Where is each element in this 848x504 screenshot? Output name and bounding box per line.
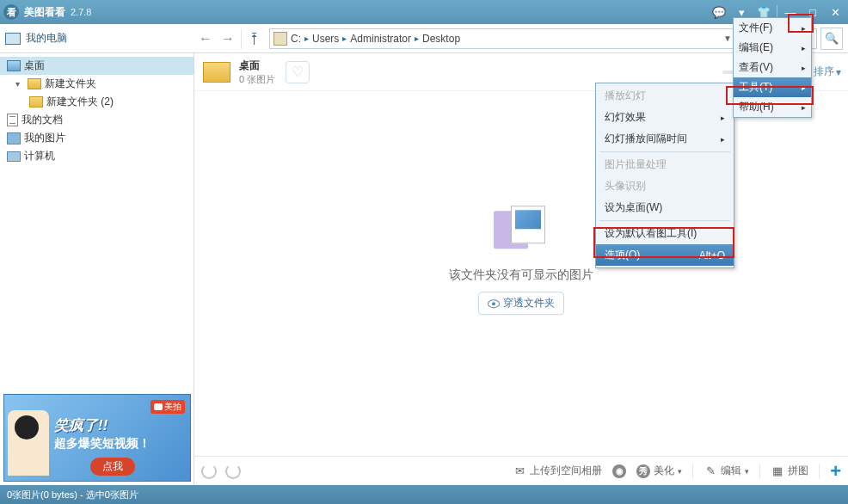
tree-item-newfolder[interactable]: ▾ 新建文件夹 xyxy=(0,75,194,93)
add-button[interactable]: + xyxy=(830,460,841,482)
drive-icon xyxy=(273,32,287,46)
menu-edit[interactable]: 编辑(E)▸ xyxy=(734,38,811,58)
main-panel: 桌面 0 张图片 ♡ ▦ 排序 ▾ 该文件夹没有可显示的图片 穿透文件夹 xyxy=(194,53,848,485)
edit-button[interactable]: ✎编辑▾ xyxy=(704,464,749,478)
eye-icon xyxy=(488,299,500,308)
menu-separator xyxy=(599,220,730,221)
bc-part[interactable]: Desktop xyxy=(422,33,460,45)
app-version: 2.7.8 xyxy=(71,7,91,17)
collapse-icon[interactable]: ▾ xyxy=(15,79,24,89)
xiu-icon: 秀 xyxy=(636,464,650,478)
sidebar-header: 我的电脑 xyxy=(5,31,194,46)
rotate-right-icon[interactable] xyxy=(225,464,241,479)
app-icon: 看 xyxy=(3,4,19,20)
empty-icon xyxy=(487,206,556,257)
menu-options[interactable]: 选项(O)...Alt+O xyxy=(596,244,734,266)
tree-label: 我的图片 xyxy=(24,131,65,145)
chevron-right-icon: ▸ xyxy=(304,34,309,43)
ad-badge: 美拍 xyxy=(151,400,185,414)
folder-name: 桌面 xyxy=(239,58,275,73)
pictures-icon xyxy=(7,132,21,144)
main-footer: ✉上传到空间相册 ◉ 秀美化▾ ✎编辑▾ ▦拼图 + xyxy=(194,456,848,485)
beautify-button[interactable]: 秀美化▾ xyxy=(636,464,682,478)
separator xyxy=(241,28,242,49)
separator xyxy=(819,464,820,479)
menu-slideshow-effect[interactable]: 幻灯效果▸ xyxy=(596,107,734,128)
tree-label: 新建文件夹 xyxy=(45,77,96,91)
speech-icon[interactable]: 💬 xyxy=(710,3,728,21)
folder-icon xyxy=(29,96,43,108)
pc-icon xyxy=(7,151,21,162)
separator xyxy=(759,464,760,479)
chevron-down-icon: ▾ xyxy=(678,467,682,476)
image-count: 0 张图片 xyxy=(239,73,275,86)
chevron-right-icon: ▸ xyxy=(802,83,806,92)
menu-separator xyxy=(599,151,730,152)
grid-icon: ▦ xyxy=(771,464,784,478)
menu-view[interactable]: 查看(V)▸ xyxy=(734,58,811,77)
sidebar-ad[interactable]: 美拍 笑疯了!! 超多爆笑短视频！ 点我 xyxy=(3,394,191,482)
chevron-right-icon: ▸ xyxy=(415,34,419,43)
chevron-down-icon: ▾ xyxy=(836,66,841,78)
camera-icon xyxy=(154,403,163,410)
tree-item-desktop[interactable]: 桌面 xyxy=(0,57,194,75)
search-icon: 🔍 xyxy=(825,32,839,45)
menu-batch: 图片批量处理 xyxy=(596,154,734,175)
edit-icon: ✎ xyxy=(704,464,717,478)
tools-submenu: 播放幻灯 幻灯效果▸ 幻灯播放间隔时间▸ 图片批量处理 头像识别 设为桌面(W)… xyxy=(595,83,734,268)
folder-icon xyxy=(7,60,21,71)
menu-slideshow: 播放幻灯 xyxy=(596,85,734,107)
close-button[interactable]: ✕ xyxy=(826,3,845,21)
upload-button[interactable]: ✉上传到空间相册 xyxy=(513,464,602,478)
menu-wallpaper[interactable]: 设为桌面(W) xyxy=(596,197,734,218)
chevron-right-icon: ▸ xyxy=(802,24,806,33)
tree-item-mydocs[interactable]: 我的文档 xyxy=(0,111,194,129)
chevron-down-icon: ▾ xyxy=(745,467,749,476)
document-icon xyxy=(7,114,18,126)
titlebar: 看 美图看看 2.7.8 💬 ▾ 👕 — □ ✕ xyxy=(0,0,848,24)
folder-tree: 桌面 ▾ 新建文件夹 新建文件夹 (2) 我的文档 我的图片 计算机 xyxy=(0,53,194,169)
menu-file[interactable]: 文件(F)▸ xyxy=(734,18,811,38)
weibo-icon[interactable]: ◉ xyxy=(612,464,626,478)
heart-icon: ♡ xyxy=(292,64,304,80)
main-content: 该文件夹没有可显示的图片 穿透文件夹 xyxy=(194,91,848,456)
bc-drive-label[interactable]: C: xyxy=(291,33,301,45)
menu-default-viewer[interactable]: 设为默认看图工具(I) xyxy=(596,223,734,244)
chevron-right-icon: ▸ xyxy=(721,135,725,144)
rotate-left-icon[interactable] xyxy=(201,464,217,479)
sidebar-header-label: 我的电脑 xyxy=(26,31,67,46)
penetrate-button[interactable]: 穿透文件夹 xyxy=(478,292,564,315)
ad-text-1: 笑疯了!! xyxy=(54,415,108,435)
nav-up-button[interactable]: ⭱ xyxy=(243,28,266,50)
envelope-icon: ✉ xyxy=(513,464,526,478)
ad-image xyxy=(8,410,49,476)
search-button[interactable]: 🔍 xyxy=(820,28,843,50)
statusbar: 0张图片(0 bytes) - 选中0张图片 xyxy=(0,485,848,504)
tile-button[interactable]: ▦拼图 xyxy=(771,464,808,478)
tree-label: 计算机 xyxy=(24,149,55,163)
empty-state: 该文件夹没有可显示的图片 穿透文件夹 xyxy=(449,206,593,315)
bc-part[interactable]: Administrator xyxy=(350,33,411,45)
tree-item-computer[interactable]: 计算机 xyxy=(0,147,194,165)
breadcrumb[interactable]: C: ▸ Users ▸ Administrator ▸ Desktop ▼ xyxy=(269,28,736,49)
tree-item-mypics[interactable]: 我的图片 xyxy=(0,129,194,147)
separator xyxy=(692,464,693,479)
chevron-down-icon[interactable]: ▼ xyxy=(723,34,732,43)
menu-tools[interactable]: 工具(T)▸ xyxy=(734,77,811,97)
favorite-button[interactable]: ♡ xyxy=(286,61,310,83)
bc-part[interactable]: Users xyxy=(312,33,339,45)
nav-forward-button[interactable]: → xyxy=(217,28,239,50)
chevron-right-icon: ▸ xyxy=(721,114,725,122)
ad-text-2: 超多爆笑短视频！ xyxy=(54,436,151,452)
menu-help[interactable]: 帮助(H)▸ xyxy=(734,97,811,117)
tree-label: 我的文档 xyxy=(22,113,63,127)
app-title: 美图看看 xyxy=(24,5,65,20)
nav-back-button[interactable]: ← xyxy=(194,28,217,50)
folder-icon xyxy=(28,78,41,89)
ad-button[interactable]: 点我 xyxy=(90,458,135,476)
nav-toolbar: 我的电脑 ← → ⭱ C: ▸ Users ▸ Administrator ▸ … xyxy=(0,24,848,53)
tree-item-newfolder2[interactable]: 新建文件夹 (2) xyxy=(0,93,194,111)
chevron-right-icon: ▸ xyxy=(802,44,806,52)
menu-slideshow-interval[interactable]: 幻灯播放间隔时间▸ xyxy=(596,128,734,150)
sort-button[interactable]: 排序 ▾ xyxy=(814,65,841,79)
